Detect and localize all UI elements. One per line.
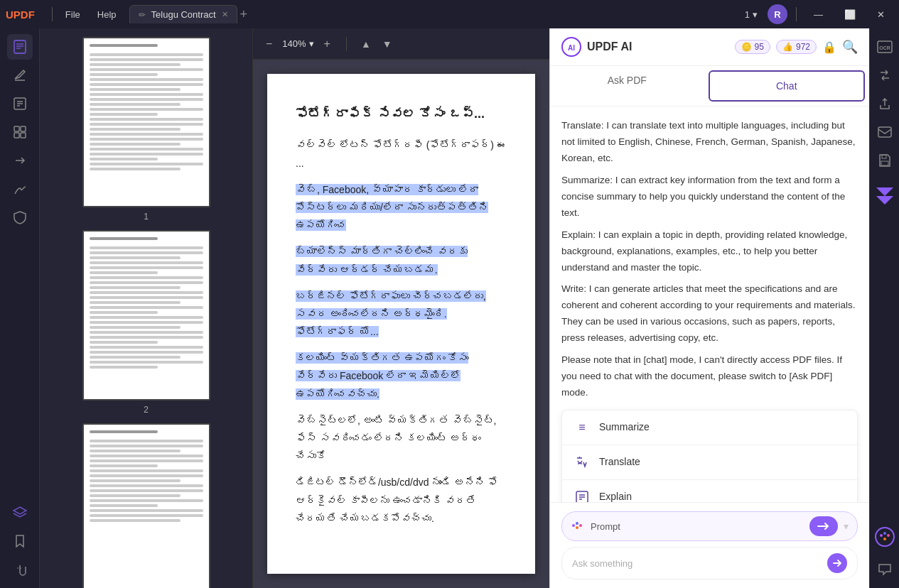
- tab-label: Telugu Contract: [151, 9, 216, 20]
- doc-highlight-1: వెబ్, Facebook, వ్యాపార కార్డులు లేదా పో…: [296, 184, 488, 231]
- sidebar-item-attachment[interactable]: [7, 557, 33, 582]
- quick-action-explain[interactable]: Explain: [562, 480, 857, 502]
- document-content[interactable]: ఫోటోగ్రాఫిక్ సేవల కోసం ఒప్... వల్వెల్ లో…: [253, 60, 549, 588]
- sidebar-item-layers[interactable]: [7, 500, 33, 526]
- thumbnails-panel[interactable]: 1: [40, 28, 253, 588]
- document-page: ఫోటోగ్రాఫిక్ సేవల కోసం ఒప్... వల్వెల్ లో…: [267, 74, 535, 574]
- summarize-label: Summarize: [599, 419, 650, 436]
- ai-message-2: Explain: I can explain a topic in depth,…: [561, 227, 858, 276]
- ai-message-3: Write: I can generate articles that meet…: [561, 281, 858, 347]
- zoom-out-button[interactable]: −: [262, 36, 276, 52]
- ai-panel: AI UPDF AI 🪙 95 👍 972 🔒 🔍 Ask PDF Chat: [549, 28, 869, 588]
- thumbnail-page-number-2: 2: [144, 405, 149, 415]
- send-button[interactable]: [827, 553, 847, 573]
- ai-chat-messages[interactable]: Translate: I can translate text into mul…: [550, 107, 869, 502]
- doc-para-7: డిజిటల్ డౌన్లోడ్/usb/cd/dvd నుండి అనేని …: [296, 474, 507, 528]
- right-save-button[interactable]: [873, 149, 896, 172]
- thumbnail-page-1[interactable]: 1: [48, 37, 244, 222]
- svg-point-20: [576, 522, 578, 525]
- right-convert-button[interactable]: [873, 64, 896, 87]
- ai-tabs: Ask PDF Chat: [550, 66, 869, 107]
- ai-coin-credit: 🪙 95: [735, 40, 770, 54]
- sidebar-item-organize[interactable]: [7, 119, 33, 145]
- svg-marker-28: [876, 187, 893, 196]
- separator: [796, 7, 797, 21]
- svg-rect-10: [21, 126, 26, 131]
- new-tab-button[interactable]: +: [240, 8, 248, 21]
- menu-help[interactable]: Help: [90, 6, 124, 23]
- svg-point-34: [883, 538, 886, 540]
- prompt-dots-icon: [571, 519, 585, 533]
- maximize-button[interactable]: ⬜: [836, 6, 864, 23]
- page-indicator[interactable]: 1 ▾: [745, 9, 758, 20]
- sidebar-item-protect[interactable]: [7, 205, 33, 230]
- right-chat-button[interactable]: [873, 558, 896, 581]
- thumbnail-page-2[interactable]: 2: [48, 230, 244, 415]
- sidebar-item-sign[interactable]: [7, 176, 33, 202]
- updf-ai-fab[interactable]: [875, 527, 895, 550]
- main-layout: 1: [0, 28, 899, 588]
- svg-rect-9: [14, 126, 19, 131]
- scroll-down-arrow[interactable]: [873, 182, 896, 216]
- page-up-button[interactable]: ▲: [358, 37, 374, 51]
- right-email-button[interactable]: [873, 121, 896, 143]
- title-bar-right: 1 ▾ R — ⬜ ✕: [739, 4, 893, 24]
- tab-close-button[interactable]: ✕: [222, 10, 228, 19]
- svg-rect-25: [878, 127, 891, 137]
- thumb-icon: 👍: [782, 42, 793, 52]
- document-toolbar: − 140% ▾ + ▲ ▼: [253, 28, 549, 60]
- doc-para-4: బర్జినల్ ఫోటోగ్రాఫులు చీర్చబడలేదు, సవర అ…: [296, 288, 507, 342]
- translate-label: Translate: [599, 454, 640, 471]
- prompt-label: Prompt: [591, 521, 804, 532]
- sidebar-item-reader[interactable]: [7, 34, 33, 60]
- ai-message-4: Please note that in [chat] mode, I can't…: [561, 352, 858, 401]
- svg-rect-11: [14, 133, 19, 138]
- zoom-level-control[interactable]: 140% ▾: [282, 38, 313, 49]
- tab-ask-pdf[interactable]: Ask PDF: [550, 66, 704, 106]
- ai-panel-header: AI UPDF AI 🪙 95 👍 972 🔒 🔍: [550, 28, 869, 66]
- tab-chat[interactable]: Chat: [709, 70, 866, 102]
- ai-thumb-credit: 👍 972: [776, 40, 817, 54]
- user-avatar[interactable]: R: [768, 4, 787, 24]
- coin-count: 95: [755, 42, 764, 52]
- doc-para-3: బ్యాలెన్స్ మార్తిగా చెల్లించే వరకు వేర్వ…: [296, 243, 507, 278]
- svg-point-22: [576, 526, 578, 529]
- sidebar-item-annotate[interactable]: [7, 62, 33, 88]
- ai-input-area: Prompt ▾ Ask something: [550, 502, 869, 588]
- svg-marker-29: [876, 196, 893, 205]
- page-down-button[interactable]: ▼: [379, 37, 395, 51]
- ask-input-bar[interactable]: Ask something: [561, 547, 858, 579]
- tab-telugu-contract[interactable]: ✏ Telugu Contract ✕: [129, 5, 237, 23]
- quick-action-translate[interactable]: Translate: [562, 445, 857, 480]
- sidebar-item-convert[interactable]: [7, 148, 33, 173]
- thumbnail-image-2: [82, 230, 210, 401]
- quick-action-summarize[interactable]: ≡ Summarize: [562, 410, 857, 445]
- prompt-bar[interactable]: Prompt ▾: [561, 511, 858, 541]
- svg-rect-0: [14, 40, 26, 53]
- close-button[interactable]: ✕: [868, 6, 893, 23]
- thumbnail-page-3[interactable]: 3: [48, 423, 244, 588]
- sidebar-item-bookmark[interactable]: [7, 528, 33, 554]
- zoom-level-text: 140%: [282, 38, 306, 49]
- prompt-arrow-button[interactable]: [809, 516, 838, 536]
- zoom-in-button[interactable]: +: [320, 36, 335, 52]
- toolbar-separator: [346, 37, 347, 51]
- menu-file[interactable]: File: [58, 6, 87, 23]
- updf-ai-logo: AI: [561, 37, 581, 57]
- tab-edit-icon: ✏: [139, 10, 146, 20]
- tab-bar: ✏ Telugu Contract ✕ +: [129, 5, 739, 23]
- search-icon[interactable]: 🔍: [842, 39, 858, 55]
- thumbnail-image-1: [82, 37, 210, 207]
- svg-point-19: [572, 524, 575, 527]
- sidebar-item-edit[interactable]: [7, 91, 33, 116]
- right-export-button[interactable]: [873, 92, 896, 115]
- right-ocr-button[interactable]: OCR: [873, 36, 896, 58]
- svg-point-32: [883, 532, 886, 535]
- thumbnail-image-3: [82, 423, 210, 588]
- doc-para-6: వెబ్సైట్లలో, అంటి వ్యక్తిగత వెబ్సైట్, ఫే…: [296, 412, 507, 466]
- doc-heading: ఫోటోగ్రాఫిక్ సేవల కోసం ఒప్...: [296, 102, 507, 125]
- minimize-button[interactable]: —: [805, 6, 831, 23]
- svg-text:OCR: OCR: [879, 45, 890, 50]
- prompt-chevron-icon[interactable]: ▾: [844, 521, 849, 532]
- doc-para-2: వెబ్, Facebook, వ్యాపార కార్డులు లేదా పో…: [296, 181, 507, 235]
